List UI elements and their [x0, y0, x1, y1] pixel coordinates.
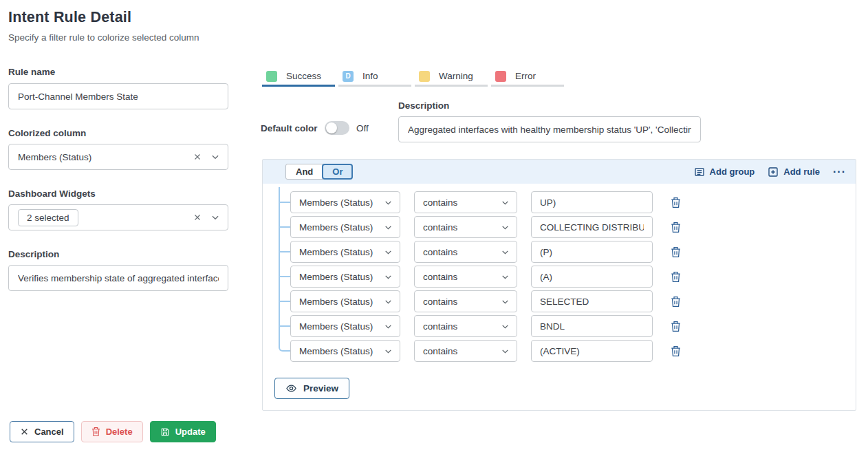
- tree-connector: [279, 301, 290, 302]
- tree-connector: [279, 251, 290, 252]
- close-icon: [20, 427, 29, 436]
- delete-rule-icon[interactable]: [671, 345, 681, 357]
- cancel-button[interactable]: Cancel: [10, 421, 74, 442]
- success-swatch-icon: [266, 71, 277, 82]
- preview-button[interactable]: Preview: [274, 378, 349, 399]
- rule-rows: Members (Status) contains Members (Statu…: [290, 191, 681, 365]
- warning-swatch-icon: [419, 71, 430, 82]
- tab-warning[interactable]: Warning: [415, 67, 488, 87]
- tab-error[interactable]: Error: [491, 67, 564, 87]
- toggle-knob: [326, 122, 337, 133]
- rule-row: Members (Status) contains: [290, 290, 681, 312]
- delete-rule-icon[interactable]: [671, 222, 681, 233]
- eye-icon: [285, 383, 297, 394]
- default-color-state: Off: [356, 123, 369, 133]
- add-rule-button[interactable]: Add rule: [768, 166, 820, 177]
- or-button[interactable]: Or: [322, 164, 353, 180]
- field-select[interactable]: Members (Status): [290, 290, 400, 312]
- delete-rule-icon[interactable]: [671, 271, 681, 283]
- footer-actions: Cancel Delete Update: [10, 421, 216, 442]
- colorized-column-select[interactable]: Members (Status): [8, 144, 228, 170]
- operator-select[interactable]: contains: [414, 241, 517, 263]
- delete-rule-icon[interactable]: [671, 246, 681, 258]
- delete-rule-icon[interactable]: [671, 321, 681, 332]
- clear-icon[interactable]: [193, 213, 202, 222]
- rule-row: Members (Status) contains: [290, 241, 681, 263]
- value-input[interactable]: [531, 266, 653, 288]
- page-subtitle: Specify a filter rule to colorize select…: [8, 32, 199, 43]
- rule-row: Members (Status) contains: [290, 191, 681, 213]
- chevron-down-icon[interactable]: [210, 213, 220, 222]
- color-tabs: Success D Info Warning Error: [262, 67, 564, 87]
- value-input[interactable]: [531, 340, 653, 362]
- rule-row: Members (Status) contains: [290, 216, 681, 238]
- save-icon: [160, 427, 170, 437]
- tab-description-input[interactable]: [398, 116, 701, 142]
- field-select[interactable]: Members (Status): [290, 266, 400, 288]
- value-input[interactable]: [531, 216, 653, 238]
- field-select[interactable]: Members (Status): [290, 241, 400, 263]
- colorized-column-value: Members (Status): [18, 152, 184, 162]
- dashboard-widgets-select[interactable]: 2 selected: [8, 204, 228, 230]
- default-color-toggle[interactable]: [325, 121, 349, 135]
- chevron-down-icon[interactable]: [210, 152, 220, 162]
- page-title: Intent Rule Detail: [8, 9, 131, 26]
- rule-name-input[interactable]: [8, 83, 228, 109]
- more-options-icon[interactable]: ···: [833, 166, 846, 178]
- value-input[interactable]: [531, 290, 653, 312]
- colorized-column-label: Colorized column: [8, 128, 86, 138]
- rule-builder-panel: And Or Add group Add rule ··· Members (S…: [262, 159, 856, 411]
- error-swatch-icon: [495, 71, 506, 82]
- delete-rule-icon[interactable]: [671, 296, 681, 308]
- update-button[interactable]: Update: [150, 421, 216, 442]
- tab-info[interactable]: D Info: [338, 67, 411, 87]
- rule-row: Members (Status) contains: [290, 266, 681, 288]
- delete-rule-icon[interactable]: [671, 197, 681, 208]
- value-input[interactable]: [531, 191, 653, 213]
- tree-connector: [279, 202, 290, 203]
- tree-line: [279, 187, 280, 345]
- tree-connector: [279, 276, 290, 277]
- field-select[interactable]: Members (Status): [290, 340, 400, 362]
- delete-button[interactable]: Delete: [81, 421, 143, 442]
- field-select[interactable]: Members (Status): [290, 191, 400, 213]
- field-select[interactable]: Members (Status): [290, 315, 400, 337]
- operator-select[interactable]: contains: [414, 191, 517, 213]
- add-group-icon: [694, 166, 705, 177]
- clear-icon[interactable]: [193, 152, 202, 162]
- logic-toggle: And Or: [285, 164, 353, 180]
- value-input[interactable]: [531, 315, 653, 337]
- field-select[interactable]: Members (Status): [290, 216, 400, 238]
- trash-icon: [91, 427, 100, 437]
- tab-success[interactable]: Success: [262, 67, 335, 87]
- default-color-label: Default color: [261, 123, 318, 133]
- operator-select[interactable]: contains: [414, 216, 517, 238]
- rule-row: Members (Status) contains: [290, 340, 681, 362]
- info-swatch-icon: D: [343, 71, 354, 82]
- operator-select[interactable]: contains: [414, 266, 517, 288]
- tab-description-label: Description: [398, 100, 449, 111]
- operator-select[interactable]: contains: [414, 340, 517, 362]
- add-group-button[interactable]: Add group: [694, 166, 755, 177]
- operator-select[interactable]: contains: [414, 315, 517, 337]
- rule-row: Members (Status) contains: [290, 315, 681, 337]
- tree-connector-end: [279, 344, 290, 352]
- dashboard-widgets-label: Dashboard Widgets: [8, 189, 96, 199]
- tree-connector: [279, 226, 290, 228]
- value-input[interactable]: [531, 241, 653, 263]
- and-button[interactable]: And: [285, 164, 323, 180]
- description-input[interactable]: [8, 265, 228, 291]
- rule-name-label: Rule name: [8, 67, 55, 77]
- description-label: Description: [8, 249, 59, 259]
- dashboard-widgets-chip: 2 selected: [18, 209, 78, 226]
- plus-square-icon: [768, 166, 779, 177]
- tree-connector: [279, 325, 290, 327]
- operator-select[interactable]: contains: [414, 290, 517, 312]
